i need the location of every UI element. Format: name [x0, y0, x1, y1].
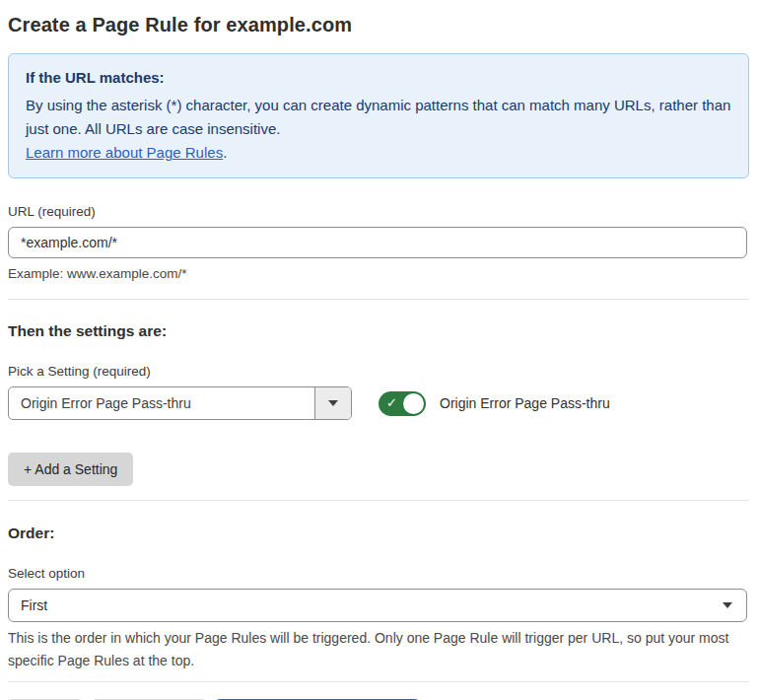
add-setting-button[interactable]: + Add a Setting	[8, 453, 133, 486]
check-icon: ✓	[386, 396, 397, 409]
order-helper-text: This is the order in which your Page Rul…	[8, 627, 742, 672]
page-rule-form: Create a Page Rule for example.com If th…	[0, 0, 759, 700]
toggle-knob	[403, 393, 424, 414]
setting-row: Origin Error Page Pass-thru ✓ Origin Err…	[8, 386, 749, 420]
order-section-heading: Order:	[8, 525, 749, 542]
divider	[8, 500, 749, 501]
info-box-body: By using the asterisk (*) character, you…	[26, 94, 731, 141]
page-title: Create a Page Rule for example.com	[8, 14, 749, 36]
settings-section-heading: Then the settings are:	[8, 322, 749, 340]
origin-error-toggle[interactable]: ✓	[379, 391, 426, 416]
setting-picker-arrow-button[interactable]	[314, 387, 351, 419]
order-select-value: First	[21, 597, 47, 613]
pick-setting-label: Pick a Setting (required)	[8, 364, 749, 379]
chevron-down-icon	[328, 400, 338, 406]
link-suffix: .	[223, 144, 227, 161]
order-select-label: Select option	[8, 566, 749, 581]
toggle-label: Origin Error Page Pass-thru	[440, 395, 610, 411]
setting-picker-dropdown[interactable]: Origin Error Page Pass-thru	[8, 386, 352, 420]
chevron-down-icon	[723, 602, 732, 608]
learn-more-link[interactable]: Learn more about Page Rules	[26, 144, 223, 161]
url-field-label: URL (required)	[8, 204, 749, 219]
info-box-heading: If the URL matches:	[26, 66, 731, 89]
divider	[8, 681, 749, 682]
info-box-link-line: Learn more about Page Rules.	[26, 141, 731, 165]
url-match-info-box: If the URL matches: By using the asteris…	[8, 53, 749, 178]
order-select[interactable]: First	[8, 589, 747, 622]
url-input[interactable]	[8, 227, 747, 258]
divider	[8, 299, 749, 300]
url-example-helper: Example: www.example.com/*	[8, 266, 749, 281]
setting-picker-value: Origin Error Page Pass-thru	[9, 387, 314, 419]
